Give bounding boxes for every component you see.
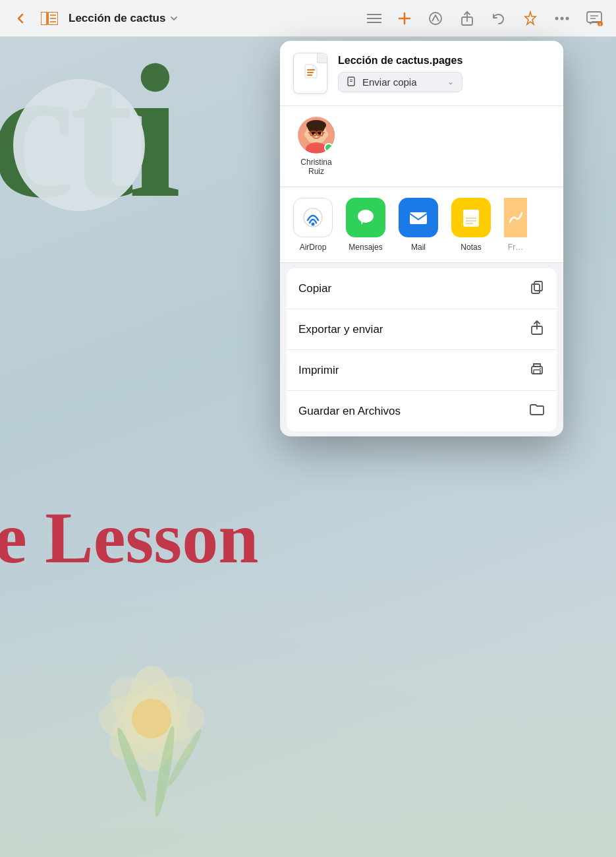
notes-svg: [460, 206, 482, 229]
contact-online-status: [324, 143, 333, 152]
app-item-messages[interactable]: Mensajes: [346, 198, 385, 252]
svg-point-48: [358, 210, 374, 223]
menu-section: Copiar Exportar y enviar: [287, 268, 557, 431]
svg-rect-62: [534, 370, 540, 374]
mail-svg: [407, 206, 430, 229]
file-name: Lección de cactus.pages: [338, 55, 462, 67]
pages-icon: [301, 62, 320, 84]
airdrop-svg: [301, 206, 325, 229]
svg-marker-49: [361, 221, 364, 225]
document-icon: [347, 76, 357, 87]
freeform-icon: [504, 198, 527, 237]
apps-section: AirDrop Mensajes: [280, 187, 563, 263]
app-item-freeform[interactable]: Fr…: [504, 198, 527, 252]
svg-rect-57: [534, 281, 542, 291]
app-item-airdrop[interactable]: AirDrop: [293, 198, 333, 252]
svg-point-44: [324, 131, 328, 138]
messages-label: Mensajes: [349, 243, 382, 252]
print-label: Imprimir: [298, 364, 339, 377]
freeform-svg: [505, 206, 527, 229]
freeform-label: Fr…: [508, 243, 523, 252]
svg-rect-52: [463, 210, 479, 215]
notes-icon: [451, 198, 491, 237]
svg-point-43: [304, 131, 308, 138]
export-label: Exportar y enviar: [298, 323, 383, 336]
svg-point-63: [540, 368, 541, 369]
messages-icon: [346, 198, 385, 237]
file-info: Lección de cactus.pages Enviar copia ⌄: [338, 55, 462, 92]
app-item-notes[interactable]: Notas: [451, 198, 491, 252]
menu-item-export[interactable]: Exportar y enviar: [287, 309, 557, 350]
send-copy-button[interactable]: Enviar copia ⌄: [338, 72, 462, 92]
airdrop-icon: [293, 198, 333, 237]
folder-icon: [529, 401, 545, 421]
airdrop-label: AirDrop: [300, 243, 327, 252]
file-icon: [293, 53, 327, 94]
svg-rect-50: [410, 212, 427, 224]
contact-avatar: [298, 117, 335, 154]
notes-label: Notas: [461, 243, 481, 252]
share-sheet-overlay: Lección de cactus.pages Enviar copia ⌄: [0, 0, 616, 857]
send-copy-label: Enviar copia: [362, 76, 417, 88]
share-sheet: Lección de cactus.pages Enviar copia ⌄: [280, 41, 563, 436]
mail-label: Mail: [411, 243, 426, 252]
app-item-mail[interactable]: Mail: [399, 198, 438, 252]
share-header: Lección de cactus.pages Enviar copia ⌄: [280, 41, 563, 106]
send-copy-chevron: ⌄: [447, 77, 454, 86]
svg-point-36: [312, 131, 315, 135]
copy-label: Copiar: [298, 282, 331, 295]
contacts-section: Christina Ruiz: [280, 106, 563, 187]
copy-icon: [529, 279, 545, 298]
messages-svg: [354, 206, 377, 229]
svg-rect-58: [532, 284, 540, 293]
print-icon: [529, 361, 545, 380]
svg-point-47: [312, 223, 315, 226]
contact-name: Christina Ruiz: [293, 158, 339, 176]
svg-line-41: [308, 133, 310, 133]
svg-point-37: [318, 131, 322, 135]
menu-item-print[interactable]: Imprimir: [287, 350, 557, 391]
menu-item-copy[interactable]: Copiar: [287, 268, 557, 309]
export-icon: [529, 320, 545, 339]
mail-icon: [399, 198, 438, 237]
save-files-label: Guardar en Archivos: [298, 405, 401, 418]
contact-christina-ruiz[interactable]: Christina Ruiz: [293, 117, 339, 176]
menu-item-save-files[interactable]: Guardar en Archivos: [287, 391, 557, 431]
